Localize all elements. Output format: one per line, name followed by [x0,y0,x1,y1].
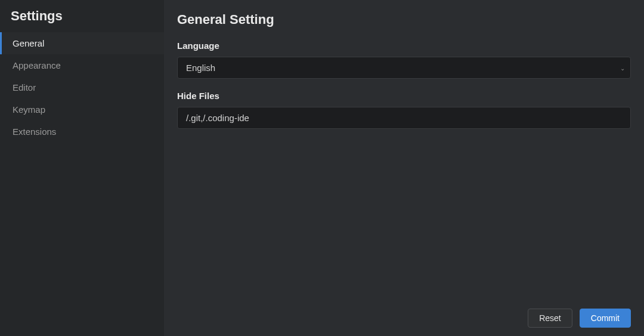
sidebar-item-keymap[interactable]: Keymap [0,98,164,121]
language-label: Language [177,41,631,51]
sidebar-item-extensions[interactable]: Extensions [0,121,164,143]
sidebar-item-appearance[interactable]: Appearance [0,54,164,76]
commit-button[interactable]: Commit [580,309,631,328]
language-select[interactable]: English [177,57,631,79]
hide-files-input[interactable] [177,107,631,129]
hide-files-group: Hide Files [177,91,631,129]
sidebar-title: Settings [0,8,164,32]
settings-sidebar: Settings General Appearance Editor Keyma… [0,0,164,336]
reset-button[interactable]: Reset [528,309,572,328]
language-select-wrap: English ⌄ [177,57,631,79]
page-title: General Setting [177,12,631,27]
language-group: Language English ⌄ [177,41,631,79]
main-panel: General Setting Language English ⌄ Hide … [164,0,644,336]
sidebar-item-general[interactable]: General [0,32,164,54]
sidebar-item-editor[interactable]: Editor [0,76,164,98]
footer-actions: Reset Commit [177,303,631,328]
hide-files-label: Hide Files [177,91,631,101]
